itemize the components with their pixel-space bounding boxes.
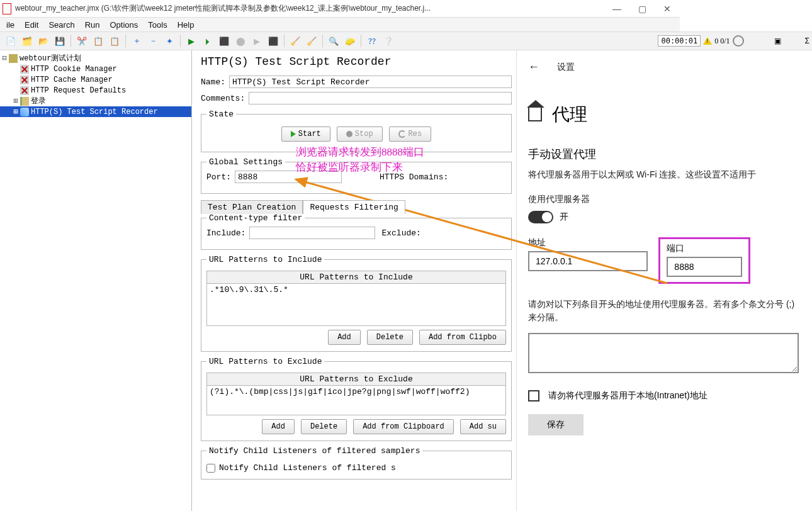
port-highlight-box: 端口: [658, 237, 750, 284]
home-icon[interactable]: [528, 108, 542, 121]
remote-stop-icon[interactable]: ⬛: [266, 34, 280, 48]
tab-test-plan-creation[interactable]: Test Plan Creation: [201, 200, 303, 214]
tree-cache-manager[interactable]: HTTP Cache Manager: [0, 74, 191, 85]
collapse-icon[interactable]: －: [146, 34, 160, 48]
include-input[interactable]: [249, 227, 375, 239]
windows-settings-proxy: ← 设置 代理 手动设置代理 将代理服务器用于以太网或 Wi-Fi 连接。这些设…: [516, 50, 812, 511]
maximize-button[interactable]: ▢: [629, 0, 655, 18]
tree-item-label: 登录: [31, 96, 46, 106]
save-button[interactable]: 保存: [528, 414, 584, 435]
run-noTimers-icon[interactable]: ⏵: [201, 34, 215, 48]
exclude-delete-button[interactable]: Delete: [301, 419, 347, 434]
url-exclude-row[interactable]: (?i).*\.(bmp|css|js|gif|ico|jpe?g|png|sw…: [207, 386, 505, 398]
clear-all-icon[interactable]: 🧹: [305, 34, 319, 48]
url-exclude-header: URL Patterns to Exclude: [207, 373, 505, 386]
global-settings-fieldset: Global Settings Port: HTTPS Domains:: [201, 157, 512, 194]
url-exclude-fieldset: URL Patterns to Exclude URL Patterns to …: [201, 357, 512, 441]
extra-icon-2[interactable]: Σ: [805, 36, 809, 45]
tree-recorder[interactable]: ⊞ HTTP(S) Test Script Recorder: [0, 106, 191, 117]
intranet-checkbox[interactable]: [528, 390, 539, 402]
paste-icon[interactable]: 📋: [108, 34, 121, 48]
toggle-icon[interactable]: ✦: [162, 34, 176, 48]
back-button[interactable]: ←: [528, 60, 539, 74]
titlebar: webtour_my_teacher.jmx (G:\软件测试\week12 j…: [0, 0, 680, 18]
remote-start-icon[interactable]: ▶: [250, 34, 264, 48]
bypass-textarea[interactable]: [528, 333, 799, 373]
fn-helper-icon[interactable]: ⁇: [365, 34, 379, 48]
copy-icon[interactable]: 📋: [91, 34, 105, 48]
stop-icon[interactable]: ⬛: [217, 34, 231, 48]
tree-login-group[interactable]: ⊞ 登录: [0, 96, 191, 106]
help-icon[interactable]: ❔: [381, 34, 395, 48]
exclude-add-button[interactable]: Add: [262, 419, 295, 434]
save-icon[interactable]: 💾: [53, 34, 67, 48]
clear-icon[interactable]: 🧹: [288, 34, 302, 48]
tree-item-label: HTTP Cache Manager: [31, 76, 113, 84]
test-plan-tree[interactable]: ⊟ webtour测试计划 HTTP Cookie Manager HTTP C…: [0, 50, 192, 511]
settings-nav-title: 设置: [557, 62, 575, 73]
menu-edit[interactable]: Edit: [20, 20, 43, 30]
exclude-add-suggested-button[interactable]: Add su: [460, 419, 506, 434]
tab-requests-filtering[interactable]: Requests Filtering: [303, 200, 405, 214]
warning-icon[interactable]: [703, 37, 712, 45]
notify-legend: Notify Child Listeners of filtered sampl…: [206, 446, 422, 456]
menu-file[interactable]: ile: [1, 20, 20, 30]
notify-checkbox[interactable]: [206, 464, 215, 473]
reload-icon: [398, 130, 406, 138]
manual-proxy-heading: 手动设置代理: [528, 147, 804, 162]
manual-proxy-desc: 将代理服务器用于以太网或 Wi-Fi 连接。这些设置不适用于: [528, 168, 804, 181]
thread-status-icon: [733, 35, 744, 47]
include-label: Include:: [206, 228, 245, 238]
templates-icon[interactable]: 🗂️: [20, 34, 34, 48]
bypass-desc: 请勿对以下列条目开头的地址使用代理服务器。若有多个条文分号 (;) 来分隔。: [528, 298, 804, 324]
url-include-row[interactable]: .*10\.9\.31\.5.*: [207, 284, 505, 296]
titlebar-text: webtour_my_teacher.jmx (G:\软件测试\week12 j…: [15, 3, 431, 14]
toggle-state-text: 开: [560, 211, 568, 223]
run-icon[interactable]: ▶: [184, 34, 198, 48]
comments-input[interactable]: [249, 92, 512, 104]
menu-search[interactable]: Search: [43, 20, 79, 30]
close-window-button[interactable]: ✕: [655, 0, 680, 18]
open-icon[interactable]: 📂: [37, 34, 50, 48]
menu-run[interactable]: Run: [80, 20, 105, 30]
shutdown-icon[interactable]: ⬤: [234, 34, 247, 48]
new-icon[interactable]: 📄: [4, 34, 18, 48]
extra-icon-1[interactable]: ▣: [774, 36, 781, 45]
start-button[interactable]: Start: [281, 126, 330, 142]
expand-icon[interactable]: ＋: [130, 34, 144, 48]
menu-options[interactable]: Options: [104, 20, 143, 30]
minimize-button[interactable]: ―: [604, 0, 629, 18]
reset-search-icon[interactable]: 🧽: [343, 34, 357, 48]
use-proxy-label: 使用代理服务器: [528, 193, 804, 206]
play-icon: [291, 131, 296, 137]
https-domains-label: HTTPS Domains:: [380, 172, 448, 182]
menu-help[interactable]: Help: [172, 20, 200, 30]
elapsed-timer: 00:00:01: [658, 35, 701, 47]
stop-button: Stop: [337, 126, 383, 142]
flask-icon: [9, 54, 18, 63]
proxy-port-input[interactable]: [667, 257, 742, 277]
exclude-add-clipboard-button[interactable]: Add from Clipboard: [353, 419, 454, 434]
url-exclude-list[interactable]: URL Patterns to Exclude (?i).*\.(bmp|css…: [206, 373, 506, 415]
name-input[interactable]: [229, 76, 512, 88]
menu-tools[interactable]: Tools: [143, 20, 172, 30]
warning-counts: 0 0/1: [714, 36, 730, 46]
url-include-list[interactable]: URL Patterns to Include .*10\.9\.31\.5.*: [206, 271, 506, 326]
content-type-filter-fieldset: Content-type filter Include: Exclude:: [201, 213, 512, 250]
cut-icon[interactable]: ✂️: [75, 34, 89, 48]
port-input[interactable]: [235, 171, 342, 183]
notify-fieldset: Notify Child Listeners of filtered sampl…: [201, 446, 512, 480]
address-input[interactable]: [528, 251, 648, 271]
include-add-button[interactable]: Add: [328, 330, 361, 345]
use-proxy-toggle[interactable]: [528, 211, 553, 223]
state-legend: State: [206, 110, 236, 119]
include-delete-button[interactable]: Delete: [367, 330, 413, 345]
tree-root[interactable]: ⊟ webtour测试计划: [0, 53, 191, 64]
tree-request-defaults[interactable]: HTTP Request Defaults: [0, 85, 191, 96]
tree-cookie-manager[interactable]: HTTP Cookie Manager: [0, 64, 191, 74]
search-tb-icon[interactable]: 🔍: [327, 34, 341, 48]
stop-icon: [346, 131, 352, 137]
page-title: HTTP(S) Test Script Recorder: [201, 55, 512, 68]
tree-item-label: HTTP(S) Test Script Recorder: [31, 108, 158, 116]
include-add-clipboard-button[interactable]: Add from Clipbo: [419, 330, 506, 345]
